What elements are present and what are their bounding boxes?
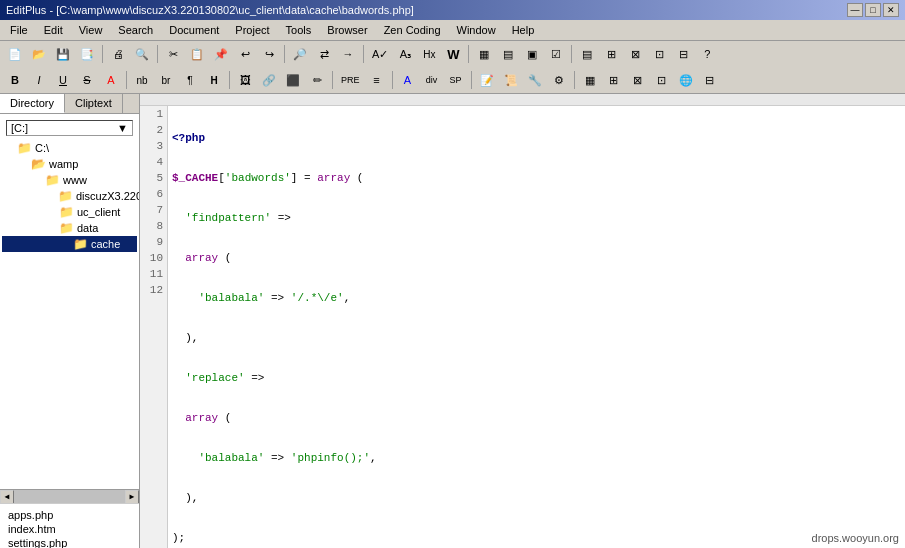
extra-btn2[interactable]: ⊞ <box>603 69 625 91</box>
extra-btn3[interactable]: ⊠ <box>627 69 649 91</box>
extra-btn6[interactable]: ⊟ <box>699 69 721 91</box>
extra-btn5[interactable]: 🌐 <box>675 69 697 91</box>
tree-item-c[interactable]: 📁 C:\ <box>2 140 137 156</box>
file-item-apps[interactable]: apps.php <box>6 508 133 522</box>
tree-hscrollbar[interactable]: ◀ ▶ <box>0 489 139 503</box>
link-button[interactable]: 🔗 <box>258 69 280 91</box>
menu-view[interactable]: View <box>73 22 109 38</box>
new-button[interactable]: 📄 <box>4 43 26 65</box>
tree-label-c: C:\ <box>35 142 49 154</box>
toolbar-extra4[interactable]: ⊡ <box>648 43 670 65</box>
drive-selector[interactable]: [C:] ▼ <box>6 120 133 136</box>
strikethrough-button[interactable]: S <box>76 69 98 91</box>
help-button[interactable]: ? <box>696 43 718 65</box>
script-btn3[interactable]: 🔧 <box>524 69 546 91</box>
script-btn1[interactable]: 📝 <box>476 69 498 91</box>
paste-button[interactable]: 📌 <box>210 43 232 65</box>
menu-document[interactable]: Document <box>163 22 225 38</box>
cut-button[interactable]: ✂ <box>162 43 184 65</box>
open-button[interactable]: 📂 <box>28 43 50 65</box>
view3-button[interactable]: ▣ <box>521 43 543 65</box>
align-button[interactable]: ⬛ <box>282 69 304 91</box>
hscroll-track[interactable] <box>14 490 125 504</box>
script-btn2[interactable]: 📜 <box>500 69 522 91</box>
menu-file[interactable]: File <box>4 22 34 38</box>
hx-button[interactable]: Hx <box>418 43 440 65</box>
hscroll-left[interactable]: ◀ <box>0 490 14 504</box>
file-label-settings: settings.php <box>8 537 67 548</box>
close-button[interactable]: ✕ <box>883 3 899 17</box>
replace-button[interactable]: ⇄ <box>313 43 335 65</box>
undo-button[interactable]: ↩ <box>234 43 256 65</box>
font-button[interactable]: A <box>397 69 419 91</box>
menu-tools[interactable]: Tools <box>280 22 318 38</box>
code-line-5: 'balabala' => '/.*\/e', <box>172 290 901 306</box>
tree-label-data: data <box>77 222 98 234</box>
code-lines[interactable]: <?php $_CACHE['badwords'] = array ( 'fin… <box>168 106 905 548</box>
toolbar-extra3[interactable]: ⊠ <box>624 43 646 65</box>
editor-area[interactable]: ----+----1----+----2----+----3----+----4… <box>140 94 905 548</box>
list-button[interactable]: ≡ <box>366 69 388 91</box>
tree-item-cache[interactable]: 📁 cache <box>2 236 137 252</box>
print-preview-button[interactable]: 🔍 <box>131 43 153 65</box>
extra-btn4[interactable]: ⊡ <box>651 69 673 91</box>
hscroll-right[interactable]: ▶ <box>125 490 139 504</box>
script-btn4[interactable]: ⚙ <box>548 69 570 91</box>
maximize-button[interactable]: □ <box>865 3 881 17</box>
menu-browser[interactable]: Browser <box>321 22 373 38</box>
format-button[interactable]: A₃ <box>394 43 416 65</box>
tree-item-uc-client[interactable]: 📁 uc_client <box>2 204 137 220</box>
file-item-index[interactable]: index.htm <box>6 522 133 536</box>
toolbar-extra5[interactable]: ⊟ <box>672 43 694 65</box>
code-container[interactable]: 1 2 3 4 5 6 7 8 9 10 11 12 <?php $_CACHE… <box>140 106 905 548</box>
tree-label-www: www <box>63 174 87 186</box>
view4-button[interactable]: ☑ <box>545 43 567 65</box>
copy-button[interactable]: 📋 <box>186 43 208 65</box>
mark-button[interactable]: ✏ <box>306 69 328 91</box>
view2-button[interactable]: ▤ <box>497 43 519 65</box>
menu-edit[interactable]: Edit <box>38 22 69 38</box>
nb-button[interactable]: nb <box>131 69 153 91</box>
goto-button[interactable]: → <box>337 43 359 65</box>
drive-label: [C:] <box>11 122 28 134</box>
menu-search[interactable]: Search <box>112 22 159 38</box>
redo-button[interactable]: ↪ <box>258 43 280 65</box>
sp-button[interactable]: SP <box>445 69 467 91</box>
pre-button[interactable]: PRE <box>337 69 364 91</box>
save-button[interactable]: 💾 <box>52 43 74 65</box>
find-button[interactable]: 🔎 <box>289 43 311 65</box>
bold-w-button[interactable]: W <box>442 43 464 65</box>
tree-item-www[interactable]: 📁 www <box>2 172 137 188</box>
italic-button[interactable]: I <box>28 69 50 91</box>
toolbar-extra2[interactable]: ⊞ <box>600 43 622 65</box>
tree-item-data[interactable]: 📁 data <box>2 220 137 236</box>
tab-directory[interactable]: Directory <box>0 94 65 113</box>
tab-cliptext[interactable]: Cliptext <box>65 94 123 113</box>
code-line-9: 'balabala' => 'phpinfo();', <box>172 450 901 466</box>
para-button[interactable]: ¶ <box>179 69 201 91</box>
color-button[interactable]: A <box>100 69 122 91</box>
tree-item-wamp[interactable]: 📂 wamp <box>2 156 137 172</box>
menu-zen-coding[interactable]: Zen Coding <box>378 22 447 38</box>
br-button[interactable]: br <box>155 69 177 91</box>
tree-label-cache: cache <box>91 238 120 250</box>
tree-item-discuz[interactable]: 📁 discuzX3.22015 <box>2 188 137 204</box>
spell-button[interactable]: A✓ <box>368 43 392 65</box>
menu-help[interactable]: Help <box>506 22 541 38</box>
bold-button[interactable]: B <box>4 69 26 91</box>
extra-btn1[interactable]: ▦ <box>579 69 601 91</box>
img-button[interactable]: 🖼 <box>234 69 256 91</box>
main-layout: Directory Cliptext [C:] ▼ 📁 C:\ 📂 wamp 📁… <box>0 94 905 548</box>
file-item-settings[interactable]: settings.php <box>6 536 133 548</box>
folder-icon-www: 📁 <box>44 173 60 187</box>
div-button[interactable]: div <box>421 69 443 91</box>
print-button[interactable]: 🖨 <box>107 43 129 65</box>
minimize-button[interactable]: — <box>847 3 863 17</box>
h-button[interactable]: H <box>203 69 225 91</box>
menu-window[interactable]: Window <box>451 22 502 38</box>
menu-project[interactable]: Project <box>229 22 275 38</box>
view1-button[interactable]: ▦ <box>473 43 495 65</box>
underline-button[interactable]: U <box>52 69 74 91</box>
toolbar-extra1[interactable]: ▤ <box>576 43 598 65</box>
save-all-button[interactable]: 📑 <box>76 43 98 65</box>
